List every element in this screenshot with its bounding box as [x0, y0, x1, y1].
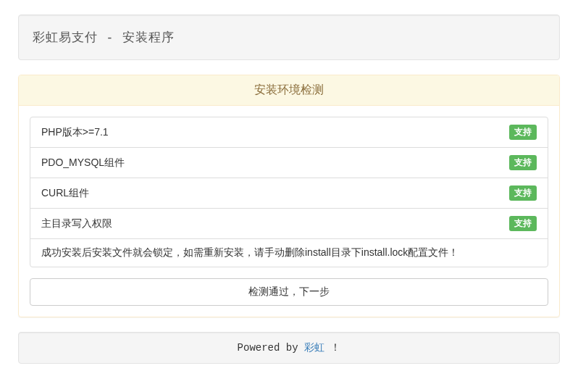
check-list: PHP版本>=7.1 支持 PDO_MYSQL组件 支持 CURL组件 支持 主…	[30, 117, 548, 267]
footer: Powered by 彩虹 ！	[18, 332, 560, 364]
panel-body: PHP版本>=7.1 支持 PDO_MYSQL组件 支持 CURL组件 支持 主…	[19, 106, 559, 317]
check-label: PDO_MYSQL组件	[41, 157, 125, 170]
panel-title: 安装环境检测	[30, 83, 548, 98]
install-note: 成功安装后安装文件就会锁定，如需重新安装，请手动删除install目录下inst…	[30, 239, 548, 267]
status-badge: 支持	[509, 125, 537, 140]
check-item: PHP版本>=7.1 支持	[30, 117, 548, 148]
check-item: 主目录写入权限 支持	[30, 209, 548, 239]
powered-suffix: ！	[324, 342, 340, 354]
install-panel: 安装环境检测 PHP版本>=7.1 支持 PDO_MYSQL组件 支持 CURL…	[18, 75, 560, 317]
panel-heading: 安装环境检测	[19, 75, 559, 106]
status-badge: 支持	[509, 155, 537, 170]
check-label: CURL组件	[41, 187, 89, 200]
check-item: CURL组件 支持	[30, 178, 548, 209]
powered-link[interactable]: 彩虹	[304, 342, 324, 354]
check-label: PHP版本>=7.1	[41, 126, 109, 139]
check-label: 主目录写入权限	[41, 217, 112, 230]
status-badge: 支持	[509, 216, 537, 231]
next-step-button[interactable]: 检测通过，下一步	[30, 278, 548, 306]
header-well: 彩虹易支付 - 安装程序	[18, 14, 560, 60]
status-badge: 支持	[509, 185, 537, 201]
check-item: PDO_MYSQL组件 支持	[30, 148, 548, 178]
page-title: 彩虹易支付 - 安装程序	[33, 29, 545, 46]
powered-prefix: Powered by	[238, 342, 304, 354]
